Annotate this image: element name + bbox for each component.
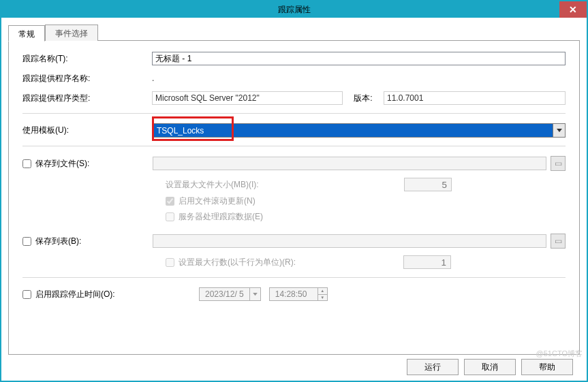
watermark: @51CTO博客 xyxy=(536,349,583,359)
window-title: 跟踪属性 xyxy=(278,4,311,16)
server-process-checkbox xyxy=(166,212,174,221)
stop-time-label: 启用跟踪停止时间(O): xyxy=(35,289,199,300)
help-button[interactable]: 帮助 xyxy=(521,359,573,375)
save-to-file-checkbox[interactable] xyxy=(22,159,31,168)
browse-table-button: ▭ xyxy=(551,234,566,249)
provider-name-value: . xyxy=(152,72,566,84)
stop-date-picker: 2023/12/ 5 xyxy=(199,287,261,301)
tab-event-select[interactable]: 事件选择 xyxy=(45,25,98,41)
trace-name-input[interactable] xyxy=(152,52,566,65)
save-to-table-checkbox[interactable] xyxy=(22,237,31,246)
dialog-window: 跟踪属性 ✕ 常规 事件选择 跟踪名称(T): 跟踪提供程序名称: . 跟踪提供… xyxy=(0,0,588,382)
max-rows-checkbox xyxy=(166,258,174,267)
chevron-down-icon[interactable] xyxy=(553,124,565,137)
table-icon: ▭ xyxy=(555,236,562,246)
spin-down-icon: ▼ xyxy=(318,295,327,301)
separator xyxy=(22,113,566,114)
spin-up-icon: ▲ xyxy=(318,288,327,295)
version-label: 版本: xyxy=(343,93,384,104)
max-rows-input xyxy=(403,255,451,269)
close-icon: ✕ xyxy=(569,4,577,15)
svg-marker-0 xyxy=(557,129,562,132)
run-button[interactable]: 运行 xyxy=(407,359,459,375)
rollover-checkbox xyxy=(166,197,174,206)
max-rows-label: 设置最大行数(以千行为单位)(R): xyxy=(179,257,403,268)
server-process-label: 服务器处理跟踪数据(E) xyxy=(179,211,263,223)
stop-time-value: 14:28:50 xyxy=(270,288,318,300)
provider-type-label: 跟踪提供程序类型: xyxy=(22,93,152,104)
save-to-file-label: 保存到文件(S): xyxy=(35,158,153,170)
stop-time-checkbox[interactable] xyxy=(22,290,31,299)
template-combo-text: TSQL_Locks xyxy=(153,124,553,137)
chevron-down-icon xyxy=(249,288,260,300)
separator xyxy=(22,277,566,278)
stop-time-picker: 14:28:50 ▲ ▼ xyxy=(269,287,328,301)
provider-name-label: 跟踪提供程序名称: xyxy=(22,73,152,84)
rollover-label: 启用文件滚动更新(N) xyxy=(179,195,256,207)
tab-strip: 常规 事件选择 xyxy=(8,25,580,41)
template-label: 使用模板(U): xyxy=(22,125,152,136)
provider-type-value: Microsoft SQL Server "2012" xyxy=(152,91,343,105)
stop-date-value: 2023/12/ 5 xyxy=(200,288,249,300)
tab-body-general: 跟踪名称(T): 跟踪提供程序名称: . 跟踪提供程序类型: Microsoft… xyxy=(8,40,580,355)
tab-general[interactable]: 常规 xyxy=(8,25,45,42)
titlebar: 跟踪属性 ✕ xyxy=(1,1,587,18)
max-file-size-label: 设置最大文件大小(MB)(I): xyxy=(166,179,404,191)
folder-icon: ▭ xyxy=(555,159,562,168)
save-to-table-label: 保存到表(B): xyxy=(35,236,153,247)
svg-marker-1 xyxy=(253,293,258,296)
close-button[interactable]: ✕ xyxy=(559,1,587,18)
content-area: 常规 事件选择 跟踪名称(T): 跟踪提供程序名称: . 跟踪提供程序类型: M… xyxy=(1,18,587,381)
version-value: 11.0.7001 xyxy=(384,91,566,105)
browse-file-button: ▭ xyxy=(551,156,566,171)
time-spinner: ▲ ▼ xyxy=(318,288,327,300)
separator xyxy=(22,146,566,146)
cancel-button[interactable]: 取消 xyxy=(464,359,516,375)
save-file-path xyxy=(153,157,546,170)
dialog-button-row: 运行 取消 帮助 xyxy=(8,355,580,378)
template-combo[interactable]: TSQL_Locks xyxy=(152,123,566,138)
max-file-size-input xyxy=(404,178,452,191)
trace-name-label: 跟踪名称(T): xyxy=(22,53,152,65)
save-table-path xyxy=(153,234,546,248)
